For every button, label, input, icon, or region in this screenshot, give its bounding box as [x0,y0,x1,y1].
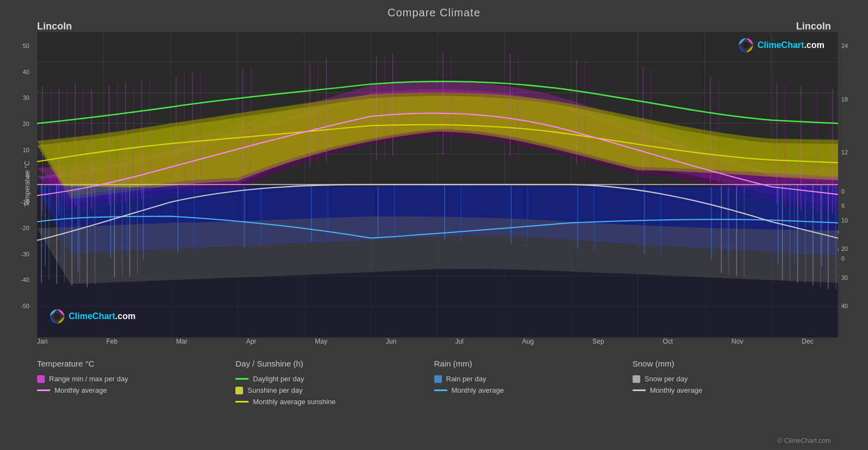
legend-swatch-sunshine-day [235,387,243,394]
city-label-left: Lincoln [37,21,72,32]
svg-point-121 [743,42,749,49]
legend-col-snow: Snow (mm) Snow per day Monthly average [633,359,831,450]
city-label-right: Lincoln [796,21,831,32]
legend-title-snow: Snow (mm) [633,359,831,368]
legend-item-sunshine-avg: Monthly average sunshine [235,398,434,406]
legend-swatch-snow-avg [633,389,646,391]
legend-swatch-sunshine-avg [235,401,248,403]
legend-item-snow-avg: Monthly average [633,386,831,394]
legend-swatch-temp-avg [37,389,50,391]
legend-item-rain-avg: Monthly average [434,386,633,394]
legend-swatch-daylight [235,378,248,380]
logo-icon-tr [738,37,754,53]
legend-item-temp-avg: Monthly average [37,386,235,394]
logo-text-bl: ClimeChart.com [69,311,136,321]
legend-title-sunshine: Day / Sunshine (h) [235,359,434,368]
legend-title-temperature: Temperature °C [37,359,235,368]
legend: Temperature °C Range min / max per day M… [0,349,868,450]
legend-item-rain-day: Rain per day [434,375,633,383]
legend-swatch-rain-day [434,375,442,383]
legend-col-rain: Rain (mm) Rain per day Monthly average [434,359,633,450]
legend-title-rain: Rain (mm) [434,359,633,368]
yaxis-left: 50 40 30 20 10 0 -10 -20 -30 -40 -50 [0,32,33,331]
legend-swatch-snow-day [633,375,640,383]
logo-chart-top-right: ClimeChart.com [738,37,824,53]
svg-point-119 [54,313,60,320]
page-container: Compare Climate Lincoln Lincoln Temperat… [0,0,868,450]
logo-text-tr: ClimeChart.com [757,40,824,50]
yaxis-right-bottom: 0 10 20 30 40 [838,185,868,331]
legend-col-temperature: Temperature °C Range min / max per day M… [37,359,235,450]
copyright: © ClimeChart.com [778,437,831,445]
legend-swatch-rain-avg [434,389,447,391]
legend-swatch-temp-range [37,375,45,383]
legend-item-daylight: Daylight per day [235,375,434,383]
logo-icon-bl [49,308,65,325]
legend-item-temp-range: Range min / max per day [37,375,235,383]
page-title: Compare Climate [0,0,868,19]
legend-col-sunshine: Day / Sunshine (h) Daylight per day Suns… [235,359,434,450]
logo-chart-bottom-left: ClimeChart.com [49,308,136,325]
chart-svg [37,32,838,338]
legend-item-sunshine-day: Sunshine per day [235,386,434,394]
legend-item-snow-day: Snow per day [633,375,831,383]
